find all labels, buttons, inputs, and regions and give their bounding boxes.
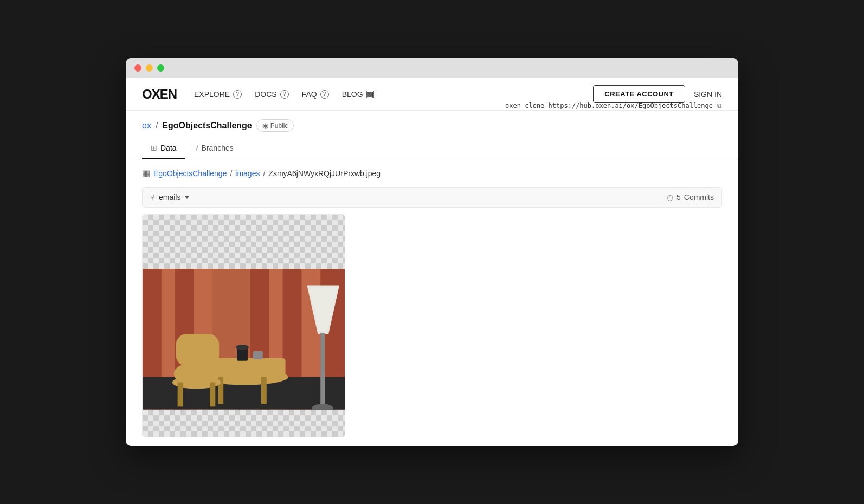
commits-count: 5 [676, 193, 681, 202]
commits-link[interactable]: 5 Commits [667, 193, 714, 202]
nav-actions: CREATE ACCOUNT SIGN IN [593, 85, 722, 103]
svg-rect-14 [261, 377, 267, 404]
svg-rect-22 [176, 334, 220, 366]
tab-branches[interactable]: Branches [185, 138, 242, 159]
minimize-button[interactable] [146, 64, 153, 72]
branch-selector[interactable]: emails [150, 193, 189, 202]
nav-explore-label: EXPLORE [194, 90, 230, 99]
nav-docs[interactable]: DOCS ? [255, 90, 288, 99]
svg-rect-19 [174, 364, 220, 384]
tab-branches-label: Branches [202, 144, 234, 152]
repo-tabs: Data Branches [142, 138, 294, 159]
svg-rect-17 [253, 351, 263, 359]
blog-icon: ▤ [366, 91, 374, 98]
svg-rect-24 [320, 333, 325, 408]
nav-faq-label: FAQ [302, 90, 317, 99]
file-toolbar: emails 5 Commits [142, 187, 722, 208]
nav-explore[interactable]: EXPLORE ? [194, 90, 242, 99]
repo-header: ox / EgoObjectsChallenge Public Data [126, 111, 738, 159]
svg-rect-21 [210, 383, 215, 407]
clone-url: oxen clone https://hub.oxen.ai/ox/EgoObj… [505, 102, 713, 109]
branches-icon [194, 144, 198, 152]
docs-icon: ? [280, 90, 289, 99]
repo-name: EgoObjectsChallenge [162, 121, 252, 131]
git-branch-icon [150, 193, 154, 202]
eye-icon [262, 121, 268, 130]
path-sep-2: / [263, 169, 265, 178]
nav-links: EXPLORE ? DOCS ? FAQ ? BLOG ▤ [194, 90, 593, 99]
visibility-badge: Public [256, 119, 294, 132]
nav-faq[interactable]: FAQ ? [302, 90, 329, 99]
breadcrumb-separator: / [156, 121, 158, 131]
repo-breadcrumb: ox / EgoObjectsChallenge Public [142, 119, 294, 132]
faq-icon: ? [320, 90, 329, 99]
browser-window: OXEN EXPLORE ? DOCS ? FAQ ? BLOG ▤ [126, 58, 738, 446]
scene-svg [143, 269, 345, 410]
title-bar [126, 58, 738, 78]
create-account-button[interactable]: CREATE ACCOUNT [593, 85, 685, 103]
image-top-transparent [143, 215, 345, 269]
copy-icon[interactable]: ⧉ [717, 102, 722, 109]
tab-data[interactable]: Data [142, 138, 185, 159]
branch-name: emails [159, 193, 180, 202]
breadcrumb-file: ZsmyA6jNWyxRQjJUrPrxwb.jpeg [268, 169, 381, 178]
sign-in-button[interactable]: SIGN IN [694, 90, 722, 99]
nav-docs-label: DOCS [255, 90, 276, 99]
table-icon [151, 144, 157, 152]
visibility-label: Public [270, 122, 288, 130]
breadcrumb-folder-link[interactable]: images [235, 169, 260, 178]
close-button[interactable] [134, 64, 141, 72]
clock-icon [667, 193, 673, 202]
folder-icon: ▦ [142, 168, 150, 178]
svg-rect-20 [178, 383, 183, 407]
page-content: OXEN EXPLORE ? DOCS ? FAQ ? BLOG ▤ [126, 78, 738, 446]
logo[interactable]: OXEN [142, 87, 177, 102]
svg-point-16 [236, 345, 249, 350]
tab-data-label: Data [160, 144, 177, 152]
content-area: ▦ EgoObjectsChallenge / images / ZsmyA6j… [126, 159, 738, 446]
maximize-button[interactable] [157, 64, 164, 72]
commits-label: Commits [684, 193, 714, 202]
image-bottom-transparent [143, 410, 345, 437]
main-image [143, 269, 345, 410]
clone-section: oxen clone https://hub.oxen.ai/ox/EgoObj… [505, 102, 722, 116]
image-viewer [142, 214, 345, 437]
path-sep-1: / [230, 169, 232, 178]
explore-icon: ? [233, 90, 242, 99]
breadcrumb-repo-link[interactable]: EgoObjectsChallenge [153, 169, 227, 178]
nav-blog-label: BLOG [342, 90, 363, 99]
nav-blog[interactable]: BLOG ▤ [342, 90, 374, 99]
chevron-down-icon [185, 196, 189, 199]
repo-owner-link[interactable]: ox [142, 121, 151, 131]
file-path: ▦ EgoObjectsChallenge / images / ZsmyA6j… [142, 168, 722, 178]
